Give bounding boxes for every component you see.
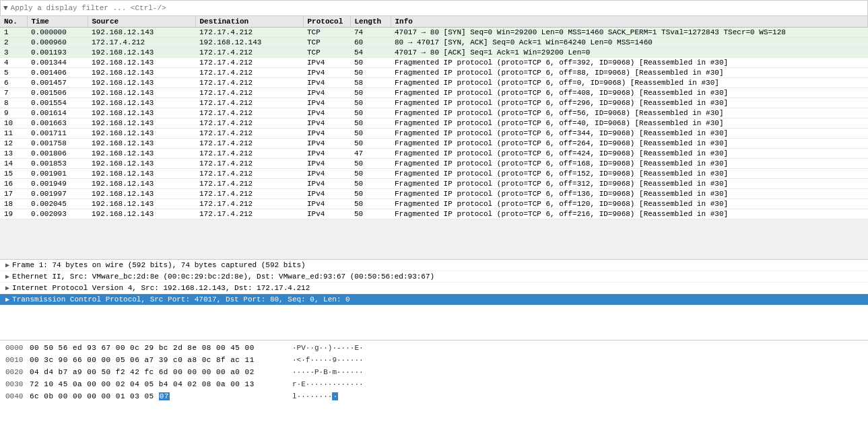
table-row[interactable]: 18 0.002045 192.168.12.143 172.17.4.212 … (0, 199, 868, 209)
hex-bytes: 72 10 45 0a 00 00 02 04 05 b4 04 02 08 0… (30, 380, 292, 388)
cell-source: 192.168.12.143 (88, 108, 195, 118)
cell-no: 13 (0, 149, 27, 159)
cell-proto: IPv4 (303, 68, 350, 78)
cell-dest: 172.17.4.212 (195, 58, 303, 68)
cell-proto: IPv4 (303, 78, 350, 88)
cell-source: 172.17.4.212 (88, 38, 195, 48)
cell-no: 12 (0, 139, 27, 149)
cell-dest: 172.17.4.212 (195, 28, 303, 38)
table-row[interactable]: 9 0.001614 192.168.12.143 172.17.4.212 I… (0, 108, 868, 118)
cell-no: 15 (0, 169, 27, 179)
packet-list: No. Time Source Destination Protocol Len… (0, 16, 868, 260)
cell-proto: IPv4 (303, 129, 350, 139)
hex-pane: 0000 00 50 56 ed 93 67 00 0c 29 bc 2d 8e… (0, 341, 868, 430)
cell-len: 50 (350, 108, 391, 118)
table-row[interactable]: 16 0.001949 192.168.12.143 172.17.4.212 … (0, 179, 868, 189)
cell-dest: 172.17.4.212 (195, 48, 303, 58)
table-row[interactable]: 6 0.001457 192.168.12.143 172.17.4.212 I… (0, 78, 868, 88)
cell-len: 50 (350, 129, 391, 139)
hex-row-0000: 0000 00 50 56 ed 93 67 00 0c 29 bc 2d 8e… (0, 342, 868, 354)
cell-proto: IPv4 (303, 118, 350, 129)
cell-dest: 172.17.4.212 (195, 78, 303, 88)
col-header-source: Source (88, 16, 195, 28)
cell-time: 0.001901 (27, 169, 88, 179)
cell-no: 7 (0, 88, 27, 98)
cell-time: 0.002093 (27, 209, 88, 219)
cell-source: 192.168.12.143 (88, 179, 195, 189)
cell-no: 1 (0, 28, 27, 38)
cell-time: 0.000000 (27, 28, 88, 38)
detail-row-ethernet[interactable]: ▶ Ethernet II, Src: VMware_bc:2d:8e (00:… (0, 271, 868, 283)
cell-time: 0.001853 (27, 159, 88, 169)
table-header: No. Time Source Destination Protocol Len… (0, 16, 868, 28)
cell-proto: IPv4 (303, 159, 350, 169)
cell-time: 0.000960 (27, 38, 88, 48)
cell-info: Fragmented IP protocol (proto=TCP 6, off… (391, 189, 868, 199)
cell-info: Fragmented IP protocol (proto=TCP 6, off… (391, 149, 868, 159)
cell-info: Fragmented IP protocol (proto=TCP 6, off… (391, 78, 868, 88)
table-row[interactable]: 1 0.000000 192.168.12.143 172.17.4.212 T… (0, 28, 868, 38)
table-row[interactable]: 10 0.001663 192.168.12.143 172.17.4.212 … (0, 118, 868, 129)
hex-offset: 0030 (5, 380, 30, 388)
hex-row-0020: 0020 04 d4 b7 a9 00 50 f2 42 fc 6d 00 00… (0, 366, 868, 378)
cell-dest: 172.17.4.212 (195, 88, 303, 98)
cell-time: 0.001344 (27, 58, 88, 68)
cell-dest: 172.17.4.212 (195, 118, 303, 129)
cell-len: 58 (350, 78, 391, 88)
cell-info: Fragmented IP protocol (proto=TCP 6, off… (391, 209, 868, 219)
cell-info: 47017 → 80 [ACK] Seq=1 Ack=1 Win=29200 L… (391, 48, 868, 58)
cell-len: 54 (350, 48, 391, 58)
detail-row-frame[interactable]: ▶ Frame 1: 74 bytes on wire (592 bits), … (0, 260, 868, 271)
filter-bar: ▼ (0, 0, 868, 16)
cell-dest: 172.17.4.212 (195, 179, 303, 189)
filter-input[interactable] (11, 4, 865, 12)
table-row[interactable]: 13 0.001806 192.168.12.143 172.17.4.212 … (0, 149, 868, 159)
cell-time: 0.001614 (27, 108, 88, 118)
cell-time: 0.001997 (27, 189, 88, 199)
table-row[interactable]: 19 0.002093 192.168.12.143 172.17.4.212 … (0, 209, 868, 219)
hex-ascii: r·E············· (292, 380, 863, 388)
table-row[interactable]: 7 0.001506 192.168.12.143 172.17.4.212 I… (0, 88, 868, 98)
cell-dest: 172.17.4.212 (195, 139, 303, 149)
ascii-highlight: · (332, 392, 338, 400)
detail-row-ip[interactable]: ▶ Internet Protocol Version 4, Src: 192.… (0, 283, 868, 294)
table-row[interactable]: 2 0.000960 172.17.4.212 192.168.12.143 T… (0, 38, 868, 48)
cell-len: 50 (350, 118, 391, 129)
detail-text-ethernet: Ethernet II, Src: VMware_bc:2d:8e (00:0c… (12, 273, 434, 281)
cell-no: 18 (0, 199, 27, 209)
cell-len: 50 (350, 68, 391, 78)
cell-proto: TCP (303, 38, 350, 48)
cell-dest: 172.17.4.212 (195, 68, 303, 78)
table-row[interactable]: 11 0.001711 192.168.12.143 172.17.4.212 … (0, 129, 868, 139)
hex-ascii: ·PV··g··)·-···E· (292, 344, 863, 352)
cell-proto: IPv4 (303, 108, 350, 118)
cell-dest: 172.17.4.212 (195, 98, 303, 108)
hex-offset: 0000 (5, 344, 30, 352)
cell-proto: IPv4 (303, 58, 350, 68)
cell-source: 192.168.12.143 (88, 159, 195, 169)
hex-offset: 0040 (5, 392, 30, 400)
hex-ascii: ·<·f·····9······ (292, 356, 863, 364)
cell-source: 192.168.12.143 (88, 209, 195, 219)
table-row[interactable]: 8 0.001554 192.168.12.143 172.17.4.212 I… (0, 98, 868, 108)
expand-icon-frame: ▶ (5, 261, 9, 269)
packet-tbody: 1 0.000000 192.168.12.143 172.17.4.212 T… (0, 28, 868, 219)
cell-time: 0.001806 (27, 149, 88, 159)
cell-no: 11 (0, 129, 27, 139)
table-row[interactable]: 5 0.001406 192.168.12.143 172.17.4.212 I… (0, 68, 868, 78)
cell-dest: 172.17.4.212 (195, 159, 303, 169)
cell-no: 17 (0, 189, 27, 199)
cell-source: 192.168.12.143 (88, 169, 195, 179)
table-row[interactable]: 12 0.001758 192.168.12.143 172.17.4.212 … (0, 139, 868, 149)
table-row[interactable]: 14 0.001853 192.168.12.143 172.17.4.212 … (0, 159, 868, 169)
table-row[interactable]: 3 0.001193 192.168.12.143 172.17.4.212 T… (0, 48, 868, 58)
table-row[interactable]: 4 0.001344 192.168.12.143 172.17.4.212 I… (0, 58, 868, 68)
cell-info: Fragmented IP protocol (proto=TCP 6, off… (391, 129, 868, 139)
cell-info: Fragmented IP protocol (proto=TCP 6, off… (391, 88, 868, 98)
cell-len: 50 (350, 189, 391, 199)
table-row[interactable]: 15 0.001901 192.168.12.143 172.17.4.212 … (0, 169, 868, 179)
cell-proto: IPv4 (303, 88, 350, 98)
detail-row-tcp[interactable]: ▶ Transmission Control Protocol, Src Por… (0, 294, 868, 306)
table-row[interactable]: 17 0.001997 192.168.12.143 172.17.4.212 … (0, 189, 868, 199)
cell-source: 192.168.12.143 (88, 118, 195, 129)
